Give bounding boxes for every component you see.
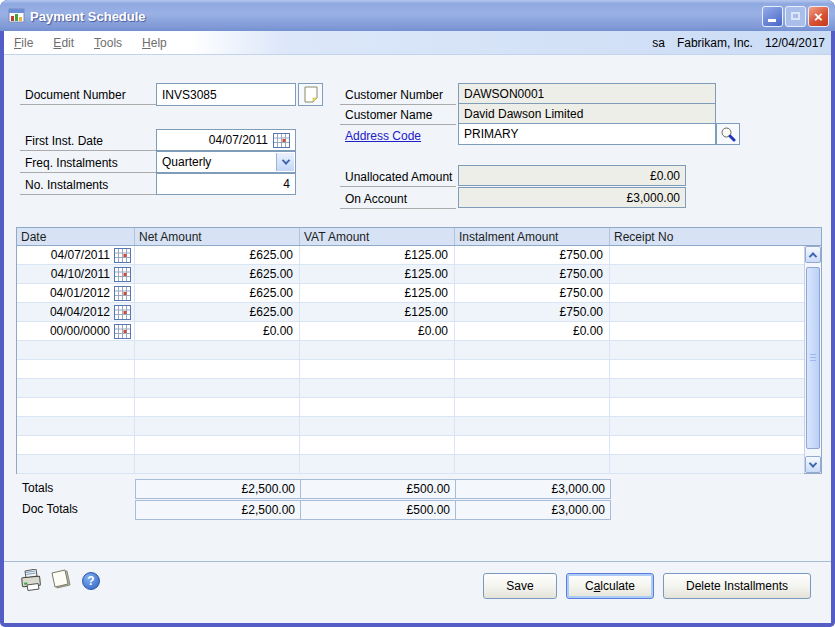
vat-amount-cell[interactable]	[300, 417, 455, 435]
net-amount-cell[interactable]	[135, 341, 300, 359]
address-lookup-button[interactable]	[716, 123, 740, 145]
note-attach-button[interactable]	[298, 83, 323, 106]
date-value[interactable]: 04/07/2011	[51, 248, 110, 262]
help-button[interactable]: ?	[78, 569, 104, 593]
receipt-no-cell[interactable]	[610, 436, 804, 454]
date-cell[interactable]	[17, 341, 135, 359]
vat-amount-cell[interactable]	[300, 341, 455, 359]
scrollbar-thumb[interactable]	[806, 267, 820, 449]
table-row[interactable]: 04/04/2012 £625.00 £125.00 £750.00	[17, 303, 804, 322]
save-button[interactable]: Save	[483, 573, 557, 599]
table-row[interactable]: 04/10/2011 £625.00 £125.00 £750.00	[17, 265, 804, 284]
table-row[interactable]	[17, 455, 804, 474]
net-amount-cell[interactable]	[135, 436, 300, 454]
net-amount-cell[interactable]: £625.00	[135, 303, 300, 321]
net-amount-cell[interactable]	[135, 398, 300, 416]
maximize-button[interactable]	[785, 6, 806, 27]
instalment-amount-cell[interactable]	[455, 417, 610, 435]
receipt-no-cell[interactable]	[610, 360, 804, 378]
instalment-amount-cell[interactable]	[455, 398, 610, 416]
calendar-icon[interactable]	[114, 324, 131, 339]
net-amount-cell[interactable]	[135, 379, 300, 397]
vat-amount-cell[interactable]: £125.00	[300, 265, 455, 283]
vat-amount-cell[interactable]	[300, 379, 455, 397]
table-row[interactable]	[17, 398, 804, 417]
receipt-no-cell[interactable]	[610, 455, 804, 473]
vat-amount-cell[interactable]	[300, 455, 455, 473]
delete-installments-button[interactable]: Delete Installments	[663, 573, 811, 599]
menu-edit[interactable]: Edit	[43, 33, 84, 53]
title-bar[interactable]: Payment Schedule ×	[0, 0, 835, 31]
date-cell[interactable]	[17, 417, 135, 435]
vertical-scrollbar[interactable]	[804, 246, 821, 473]
table-row[interactable]: 04/01/2012 £625.00 £125.00 £750.00	[17, 284, 804, 303]
vat-amount-cell[interactable]: £125.00	[300, 246, 455, 264]
vat-amount-cell[interactable]	[300, 436, 455, 454]
print-button[interactable]	[18, 568, 44, 592]
date-cell[interactable]	[17, 360, 135, 378]
table-row[interactable]: 04/07/2011 £625.00 £125.00 £750.00	[17, 246, 804, 265]
table-row[interactable]	[17, 341, 804, 360]
receipt-no-cell[interactable]	[610, 284, 804, 302]
receipt-no-cell[interactable]	[610, 246, 804, 264]
receipt-no-cell[interactable]	[610, 341, 804, 359]
date-cell[interactable]	[17, 436, 135, 454]
scroll-down-button[interactable]	[805, 456, 821, 473]
menu-tools[interactable]: Tools	[84, 33, 132, 53]
net-amount-cell[interactable]	[135, 455, 300, 473]
calendar-icon[interactable]	[114, 305, 131, 320]
minimize-button[interactable]	[762, 6, 783, 27]
receipt-no-cell[interactable]	[610, 322, 804, 340]
receipt-no-cell[interactable]	[610, 265, 804, 283]
menu-help[interactable]: Help	[132, 33, 177, 53]
instalment-amount-cell[interactable]	[455, 379, 610, 397]
calendar-icon[interactable]	[114, 267, 131, 282]
instalment-amount-cell[interactable]	[455, 341, 610, 359]
scroll-up-button[interactable]	[805, 246, 821, 263]
table-row[interactable]: 00/00/0000 £0.00 £0.00 £0.00	[17, 322, 804, 341]
date-value[interactable]: 04/04/2012	[50, 305, 110, 319]
instalment-amount-cell[interactable]	[455, 455, 610, 473]
table-row[interactable]	[17, 379, 804, 398]
chevron-down-icon[interactable]	[276, 153, 294, 171]
vat-amount-cell[interactable]: £0.00	[300, 322, 455, 340]
vat-amount-cell[interactable]	[300, 398, 455, 416]
table-row[interactable]	[17, 417, 804, 436]
address-code-field[interactable]: PRIMARY	[458, 123, 716, 145]
receipt-no-cell[interactable]	[610, 417, 804, 435]
address-code-link[interactable]: Address Code	[340, 127, 456, 146]
net-amount-cell[interactable]: £625.00	[135, 284, 300, 302]
net-amount-cell[interactable]: £0.00	[135, 322, 300, 340]
date-cell[interactable]	[17, 379, 135, 397]
table-row[interactable]	[17, 436, 804, 455]
net-amount-cell[interactable]	[135, 360, 300, 378]
instalment-amount-cell[interactable]: £750.00	[455, 246, 610, 264]
net-amount-cell[interactable]: £625.00	[135, 246, 300, 264]
date-cell[interactable]	[17, 398, 135, 416]
date-value[interactable]: 04/10/2011	[51, 267, 110, 281]
vat-amount-cell[interactable]	[300, 360, 455, 378]
vat-amount-cell[interactable]: £125.00	[300, 284, 455, 302]
document-number-field[interactable]: INVS3085	[156, 83, 296, 106]
first-inst-date-field[interactable]: 04/07/2011	[156, 129, 296, 151]
receipt-no-cell[interactable]	[610, 379, 804, 397]
instalment-amount-cell[interactable]: £750.00	[455, 265, 610, 283]
net-amount-cell[interactable]	[135, 417, 300, 435]
close-button[interactable]: ×	[808, 6, 829, 27]
instalment-amount-cell[interactable]: £0.00	[455, 322, 610, 340]
date-cell[interactable]	[17, 455, 135, 473]
receipt-no-cell[interactable]	[610, 303, 804, 321]
calendar-icon[interactable]	[114, 286, 131, 301]
date-value[interactable]: 00/00/0000	[50, 324, 110, 338]
menu-file[interactable]: File	[4, 33, 43, 53]
date-value[interactable]: 04/01/2012	[50, 286, 110, 300]
vat-amount-cell[interactable]: £125.00	[300, 303, 455, 321]
calendar-icon[interactable]	[114, 248, 131, 263]
calculate-button[interactable]: Calculate	[566, 573, 654, 599]
instalment-amount-cell[interactable]: £750.00	[455, 303, 610, 321]
receipt-no-cell[interactable]	[610, 398, 804, 416]
instalment-amount-cell[interactable]	[455, 436, 610, 454]
note-tool-button[interactable]	[48, 568, 74, 592]
net-amount-cell[interactable]: £625.00	[135, 265, 300, 283]
instalment-amount-cell[interactable]	[455, 360, 610, 378]
